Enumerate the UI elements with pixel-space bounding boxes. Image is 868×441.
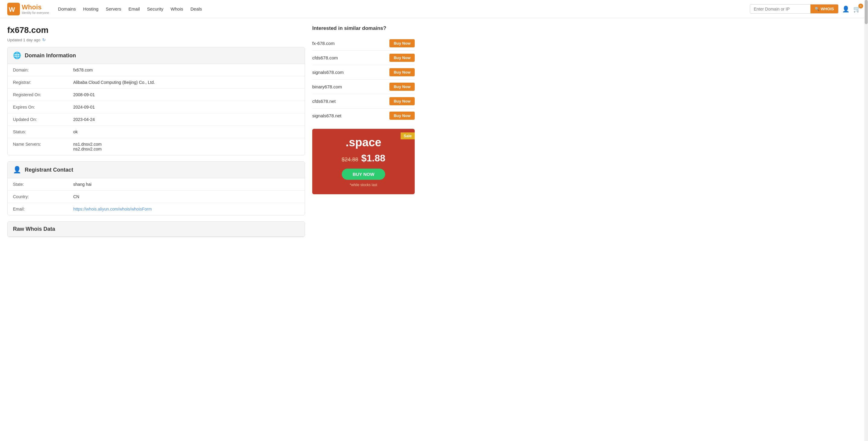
similar-domain-row-2: signals678.com Buy Now <box>312 65 415 80</box>
similar-domain-name: signals678.net <box>312 113 341 118</box>
nav-whois[interactable]: Whois <box>170 6 183 11</box>
buy-button-2[interactable]: Buy Now <box>390 68 415 76</box>
similar-domain-name: cfds678.net <box>312 99 336 104</box>
field-value: https://whois.aliyun.com/whois/whoisForm <box>68 203 305 215</box>
field-value: 2024-09-01 <box>68 101 305 113</box>
updated-text: Updated 1 day ago <box>7 38 40 42</box>
registrant-contact-card: 👤 Registrant Contact State: shang hai Co… <box>7 161 305 215</box>
registrant-header: 👤 Registrant Contact <box>7 162 305 178</box>
field-label: Registrar: <box>7 76 68 89</box>
domain-info-title: Domain Information <box>25 53 76 59</box>
table-row: Registrar: Alibaba Cloud Computing (Beij… <box>7 76 305 89</box>
scrollbar[interactable] <box>864 0 868 251</box>
search-box: 🔍 WHOIS <box>750 4 838 13</box>
table-row: State: shang hai <box>7 178 305 190</box>
similar-domain-name: cfds678.com <box>312 55 338 60</box>
header-right: 🔍 WHOIS 👤 🛒 0 <box>750 4 861 13</box>
header: W Whois Identity for everyone Domains Ho… <box>0 0 868 18</box>
nav-deals[interactable]: Deals <box>190 6 202 11</box>
svg-text:W: W <box>9 6 15 13</box>
domain-info-header: 🌐 Domain Information <box>7 47 305 64</box>
whois-button-label: WHOIS <box>821 7 834 11</box>
email-link[interactable]: https://whois.aliyun.com/whois/whoisForm <box>73 207 152 211</box>
field-value: 2023-04-24 <box>68 113 305 126</box>
field-value: fx678.com <box>68 64 305 76</box>
similar-domains-list: fx-678.com Buy Now cfds678.com Buy Now s… <box>312 36 415 123</box>
page-title: fx678.com <box>7 25 305 35</box>
price-row: $24.88 $1.88 <box>318 153 409 164</box>
similar-domain-row-1: cfds678.com Buy Now <box>312 51 415 65</box>
registrant-title: Registrant Contact <box>25 167 73 173</box>
main-content: fx678.com Updated 1 day ago ↻ 🌐 Domain I… <box>0 18 422 251</box>
search-icon: 🔍 <box>815 7 819 11</box>
cart-badge: 0 <box>858 4 863 8</box>
field-value: ok <box>68 126 305 138</box>
refresh-icon[interactable]: ↻ <box>42 37 46 42</box>
field-value: 2008-09-01 <box>68 89 305 101</box>
logo-tagline: Identity for everyone <box>22 11 49 14</box>
similar-domain-name: signals678.com <box>312 70 344 75</box>
nav-email[interactable]: Email <box>128 6 140 11</box>
buy-button-3[interactable]: Buy Now <box>390 83 415 91</box>
sale-card: Sale .space $24.88 $1.88 BUY NOW *while … <box>312 129 415 194</box>
buy-button-0[interactable]: Buy Now <box>390 39 415 47</box>
similar-domain-row-0: fx-678.com Buy Now <box>312 36 415 51</box>
similar-domains-title: Interested in similar domains? <box>312 25 415 31</box>
field-label: State: <box>7 178 68 190</box>
user-icon[interactable]: 👤 <box>842 5 849 13</box>
globe-icon: 🌐 <box>13 52 21 59</box>
updated-line: Updated 1 day ago ↻ <box>7 37 305 42</box>
field-label: Name Servers: <box>7 138 68 155</box>
buy-button-5[interactable]: Buy Now <box>390 112 415 120</box>
field-label: Domain: <box>7 64 68 76</box>
raw-whois-title: Raw Whois Data <box>13 226 55 232</box>
nav-domains[interactable]: Domains <box>58 6 76 11</box>
domain-info-table: Domain: fx678.com Registrar: Alibaba Clo… <box>7 64 305 155</box>
table-row: Name Servers: ns1.dnsv2.com ns2.dnsv2.co… <box>7 138 305 155</box>
logo-whois-text: Whois <box>22 3 49 11</box>
field-label: Registered On: <box>7 89 68 101</box>
table-row: Registered On: 2008-09-01 <box>7 89 305 101</box>
nav-security[interactable]: Security <box>147 6 163 11</box>
table-row: Domain: fx678.com <box>7 64 305 76</box>
field-value: CN <box>68 190 305 203</box>
buy-now-button[interactable]: BUY NOW <box>342 169 385 180</box>
similar-domain-row-4: cfds678.net Buy Now <box>312 94 415 109</box>
search-input[interactable] <box>750 5 810 13</box>
new-price-value: 1.88 <box>367 153 385 164</box>
field-value: shang hai <box>68 178 305 190</box>
table-row: Country: CN <box>7 190 305 203</box>
table-row: Expires On: 2024-09-01 <box>7 101 305 113</box>
field-label: Status: <box>7 126 68 138</box>
whois-search-button[interactable]: 🔍 WHOIS <box>810 4 838 13</box>
logo-icon: W <box>7 3 20 16</box>
domain-info-card: 🌐 Domain Information Domain: fx678.com R… <box>7 47 305 155</box>
while-stocks-note: *while stocks last <box>318 183 409 187</box>
logo[interactable]: W Whois Identity for everyone <box>7 3 49 16</box>
field-label: Country: <box>7 190 68 203</box>
main-nav: Domains Hosting Servers Email Security W… <box>58 6 750 11</box>
field-label: Email: <box>7 203 68 215</box>
left-panel: fx678.com Updated 1 day ago ↻ 🌐 Domain I… <box>7 25 305 243</box>
similar-domain-name: fx-678.com <box>312 41 335 46</box>
sale-domain-ext: .space <box>318 136 409 149</box>
scrollbar-thumb[interactable] <box>865 0 868 24</box>
sale-badge: Sale <box>401 133 415 139</box>
nav-hosting[interactable]: Hosting <box>83 6 98 11</box>
table-row: Status: ok <box>7 126 305 138</box>
similar-domain-name: binary678.com <box>312 84 342 89</box>
field-value: Alibaba Cloud Computing (Beijing) Co., L… <box>68 76 305 89</box>
cart-wrapper: 🛒 0 <box>853 5 861 13</box>
field-value: ns1.dnsv2.com ns2.dnsv2.com <box>68 138 305 155</box>
nav-servers[interactable]: Servers <box>106 6 121 11</box>
field-label: Expires On: <box>7 101 68 113</box>
similar-domain-row-3: binary678.com Buy Now <box>312 80 415 94</box>
right-panel: Interested in similar domains? fx-678.co… <box>312 25 415 243</box>
buy-button-4[interactable]: Buy Now <box>390 97 415 105</box>
table-row: Updated On: 2023-04-24 <box>7 113 305 126</box>
old-price: $24.88 <box>341 156 358 163</box>
person-icon: 👤 <box>13 166 21 174</box>
table-row: Email: https://whois.aliyun.com/whois/wh… <box>7 203 305 215</box>
buy-button-1[interactable]: Buy Now <box>390 54 415 62</box>
field-label: Updated On: <box>7 113 68 126</box>
